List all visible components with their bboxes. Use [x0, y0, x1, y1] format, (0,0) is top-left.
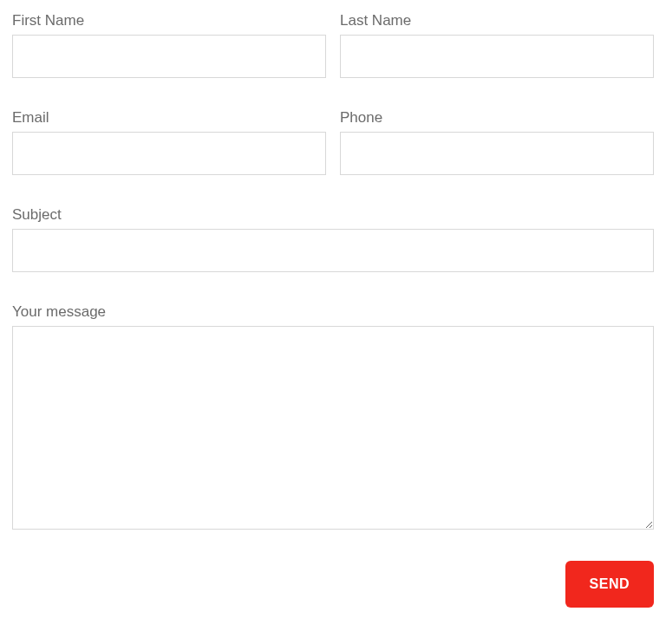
subject-group: Subject — [12, 206, 654, 272]
message-textarea[interactable] — [12, 326, 654, 530]
first-name-group: First Name — [12, 12, 326, 78]
subject-label: Subject — [12, 206, 654, 224]
email-input[interactable] — [12, 132, 326, 175]
message-label: Your message — [12, 303, 654, 321]
last-name-input[interactable] — [340, 35, 654, 78]
email-group: Email — [12, 109, 326, 175]
phone-label: Phone — [340, 109, 654, 127]
phone-group: Phone — [340, 109, 654, 175]
last-name-label: Last Name — [340, 12, 654, 29]
message-group: Your message — [12, 303, 654, 530]
first-name-input[interactable] — [12, 35, 326, 78]
subject-input[interactable] — [12, 229, 654, 272]
send-button[interactable]: SEND — [565, 561, 654, 608]
first-name-label: First Name — [12, 12, 326, 29]
email-label: Email — [12, 109, 326, 127]
button-row: SEND — [12, 561, 654, 608]
last-name-group: Last Name — [340, 12, 654, 78]
contact-form: First Name Last Name Email Phone Subject… — [12, 12, 654, 608]
phone-input[interactable] — [340, 132, 654, 175]
